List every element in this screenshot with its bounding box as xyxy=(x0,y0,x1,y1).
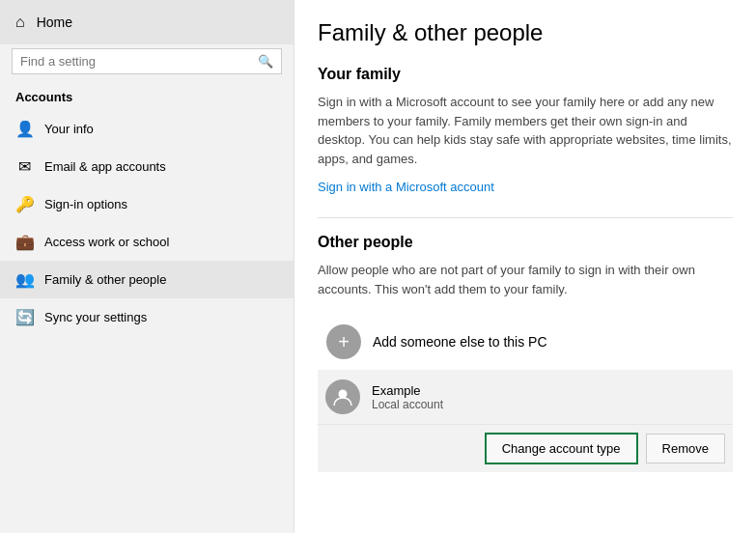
sync-icon: 🔄 xyxy=(15,308,33,326)
family-icon: 👥 xyxy=(15,270,33,289)
sidebar-item-family-other-people[interactable]: 👥 Family & other people xyxy=(0,261,294,298)
sidebar-item-your-info[interactable]: 👤 Your info xyxy=(0,110,294,148)
your-family-description: Sign in with a Microsoft account to see … xyxy=(318,93,733,168)
section-divider xyxy=(318,217,733,218)
add-person-row[interactable]: + Add someone else to this PC xyxy=(318,314,733,370)
home-icon: ⌂ xyxy=(15,14,25,31)
sidebar-home-label: Home xyxy=(37,14,72,30)
user-avatar xyxy=(325,379,360,414)
search-icon[interactable]: 🔍 xyxy=(258,54,273,69)
user-type: Local account xyxy=(372,398,725,411)
sign-in-icon: 🔑 xyxy=(15,195,33,213)
sidebar-item-sign-in-options[interactable]: 🔑 Sign-in options xyxy=(0,185,294,223)
email-icon: ✉ xyxy=(15,157,33,176)
sidebar-item-label-your-info: Your info xyxy=(44,122,94,136)
sidebar-item-label-email: Email & app accounts xyxy=(44,159,166,174)
other-people-title: Other people xyxy=(318,234,733,251)
add-person-icon: + xyxy=(326,324,361,359)
page-title: Family & other people xyxy=(318,19,733,46)
sidebar-item-email-app-accounts[interactable]: ✉ Email & app accounts xyxy=(0,148,294,185)
search-input[interactable] xyxy=(20,54,258,69)
search-bar-container: 🔍 xyxy=(12,48,282,74)
sidebar: ⌂ Home 🔍 Accounts 👤 Your info ✉ Email & … xyxy=(0,0,294,533)
sidebar-item-access-work-school[interactable]: 💼 Access work or school xyxy=(0,223,294,261)
your-family-section: Your family Sign in with a Microsoft acc… xyxy=(318,66,733,213)
add-person-label: Add someone else to this PC xyxy=(373,334,547,350)
user-name: Example xyxy=(372,383,725,398)
sidebar-home-item[interactable]: ⌂ Home xyxy=(0,0,294,44)
sidebar-item-label-sign-in: Sign-in options xyxy=(44,197,127,211)
main-content: Family & other people Your family Sign i… xyxy=(294,0,756,533)
sidebar-item-sync-settings[interactable]: 🔄 Sync your settings xyxy=(0,298,294,336)
sidebar-item-label-sync: Sync your settings xyxy=(44,310,147,324)
user-info: Example Local account xyxy=(372,383,725,411)
change-account-type-button[interactable]: Change account type xyxy=(485,433,638,464)
sign-in-ms-link[interactable]: Sign in with a Microsoft account xyxy=(318,180,494,194)
your-info-icon: 👤 xyxy=(15,120,33,138)
user-row[interactable]: Example Local account xyxy=(318,370,733,424)
sidebar-item-label-work-school: Access work or school xyxy=(44,235,169,249)
remove-button[interactable]: Remove xyxy=(646,434,725,463)
svg-point-0 xyxy=(339,390,348,399)
action-buttons-row: Change account type Remove xyxy=(318,424,733,472)
other-people-section: Other people Allow people who are not pa… xyxy=(318,234,733,472)
other-people-description: Allow people who are not part of your fa… xyxy=(318,261,733,298)
sidebar-item-label-family: Family & other people xyxy=(44,272,166,287)
your-family-title: Your family xyxy=(318,66,733,83)
sidebar-section-title: Accounts xyxy=(0,82,294,110)
work-school-icon: 💼 xyxy=(15,233,33,251)
